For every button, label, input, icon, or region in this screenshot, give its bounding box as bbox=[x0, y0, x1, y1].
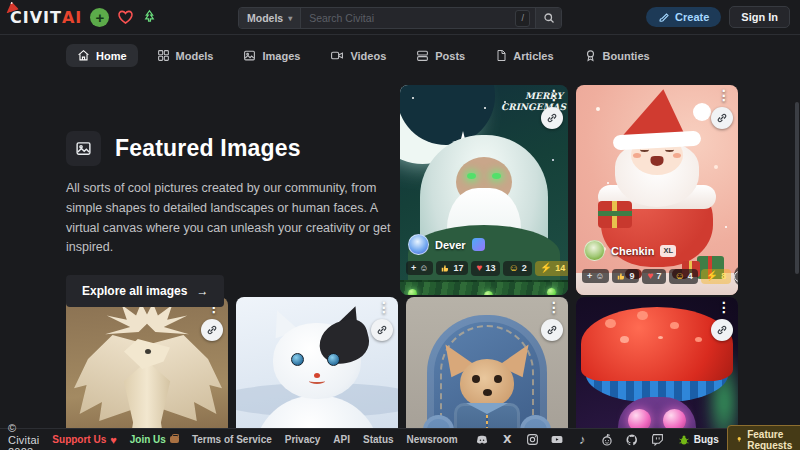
gift-box-shape bbox=[598, 201, 632, 228]
grid-icon bbox=[157, 49, 170, 62]
support-heart-button[interactable] bbox=[117, 9, 134, 25]
sign-in-label: Sign In bbox=[741, 11, 778, 23]
cheek-shape bbox=[633, 153, 641, 158]
copy-link-button[interactable] bbox=[201, 319, 223, 341]
tab-articles[interactable]: Articles bbox=[484, 44, 564, 67]
laugh-reaction-button[interactable]: ☺4 bbox=[669, 269, 697, 284]
tab-home[interactable]: Home bbox=[66, 44, 138, 67]
card-menu-button[interactable]: ⋮ bbox=[547, 88, 561, 102]
link-label: Newsroom bbox=[407, 434, 458, 445]
card-user-row[interactable]: Dever bbox=[408, 234, 485, 255]
add-reaction-button[interactable]: +☺ bbox=[406, 261, 433, 275]
sign-in-button[interactable]: Sign In bbox=[729, 6, 790, 28]
footer-link-api[interactable]: API bbox=[333, 434, 350, 445]
cat-eye-shape bbox=[327, 353, 340, 366]
reddit-icon[interactable] bbox=[600, 432, 615, 447]
link-label: API bbox=[333, 434, 350, 445]
vertical-scrollbar[interactable] bbox=[795, 36, 799, 426]
footer-link-support-us[interactable]: Support Us ♥ bbox=[52, 434, 116, 446]
like-reaction-button[interactable]: 9 bbox=[612, 269, 639, 283]
heart-reaction-button[interactable]: ♥13 bbox=[471, 261, 500, 276]
heart-reaction-button[interactable]: ♥7 bbox=[642, 269, 666, 284]
copy-link-button[interactable] bbox=[541, 319, 563, 341]
copy-link-button[interactable] bbox=[371, 319, 393, 341]
search-category-dropdown[interactable]: Models ▾ bbox=[239, 8, 301, 28]
thumbs-up-icon bbox=[617, 272, 626, 281]
page-title: Featured Images bbox=[115, 135, 301, 162]
civitai-homepage: CIVIT AI + Models ▾ / Create Sign In bbox=[0, 0, 800, 450]
footer-link-newsroom[interactable]: Newsroom bbox=[407, 434, 458, 445]
search-input[interactable] bbox=[301, 8, 515, 28]
card-menu-button[interactable]: ⋮ bbox=[717, 88, 731, 102]
add-reaction-button[interactable]: +☺ bbox=[582, 269, 609, 283]
footer-link-privacy[interactable]: Privacy bbox=[285, 434, 321, 445]
red-cap-shape bbox=[581, 307, 733, 381]
add-button[interactable]: + bbox=[90, 8, 109, 27]
instagram-icon[interactable] bbox=[525, 432, 540, 447]
bug-icon bbox=[678, 434, 690, 446]
image-info-button[interactable]: i bbox=[734, 267, 738, 285]
copy-link-button[interactable] bbox=[711, 107, 733, 129]
youtube-icon[interactable] bbox=[550, 432, 565, 447]
closed-eye-shape bbox=[665, 147, 674, 152]
zap-count: 14 bbox=[555, 264, 565, 273]
x-twitter-icon[interactable]: X bbox=[500, 432, 515, 447]
scrollbar-thumb[interactable] bbox=[795, 102, 799, 274]
copy-link-button[interactable] bbox=[711, 319, 733, 341]
zap-reaction-button[interactable]: ⚡8 bbox=[701, 269, 732, 284]
tab-models[interactable]: Models bbox=[146, 44, 225, 67]
lightbulb-icon bbox=[736, 434, 742, 445]
footer-link-terms[interactable]: Terms of Service bbox=[192, 434, 272, 445]
feature-requests-button[interactable]: Feature Requests bbox=[727, 425, 800, 450]
layers-icon bbox=[416, 49, 429, 62]
image-card: ⋮ Chenkin XL +☺ 9 ♥7 ☺4 ⚡8 i bbox=[576, 85, 738, 295]
tab-label: Bounties bbox=[603, 50, 650, 62]
tab-bounties[interactable]: Bounties bbox=[573, 44, 661, 67]
tiktok-icon[interactable]: ♪ bbox=[575, 432, 590, 447]
holiday-tree-button[interactable] bbox=[142, 9, 157, 25]
file-icon bbox=[495, 49, 507, 62]
laugh-reaction-button[interactable]: ☺2 bbox=[503, 261, 531, 276]
explore-label: Explore all images bbox=[82, 284, 187, 298]
create-button[interactable]: Create bbox=[646, 7, 721, 27]
footer-link-status[interactable]: Status bbox=[363, 434, 394, 445]
feature-requests-label: Feature Requests bbox=[747, 429, 797, 450]
discord-icon[interactable] bbox=[475, 432, 490, 447]
footer-link-join-us[interactable]: Join Us bbox=[130, 434, 179, 445]
card-menu-button[interactable]: ⋮ bbox=[547, 300, 561, 314]
dog-head-shape bbox=[460, 359, 514, 407]
dog-eye-shape bbox=[494, 375, 502, 383]
search-submit-button[interactable] bbox=[535, 8, 561, 28]
github-icon[interactable] bbox=[625, 432, 640, 447]
bugs-button[interactable]: Bugs bbox=[678, 434, 719, 446]
tab-label: Models bbox=[176, 50, 214, 62]
mouth-shape bbox=[309, 378, 325, 384]
like-reaction-button[interactable]: 17 bbox=[436, 261, 468, 275]
tab-posts[interactable]: Posts bbox=[405, 44, 476, 67]
zap-icon: ⚡ bbox=[706, 271, 718, 281]
image-card: MERRY CRINGEMAS ⋮ Dever +☺ 17 ♥13 ☺2 ⚡14 bbox=[400, 85, 568, 295]
bauble-shape bbox=[547, 288, 556, 295]
copy-link-button[interactable] bbox=[541, 107, 563, 129]
hat-pom-shape bbox=[693, 103, 711, 121]
link-icon bbox=[206, 324, 218, 336]
glowing-eye-shape bbox=[492, 173, 501, 179]
civitai-logo[interactable]: CIVIT AI bbox=[10, 8, 82, 27]
card-menu-button[interactable]: ⋮ bbox=[717, 300, 731, 314]
card-user-row[interactable]: Chenkin XL bbox=[584, 240, 676, 261]
glowing-eye-shape bbox=[467, 173, 476, 179]
copyright: © Civitai 2023 bbox=[8, 422, 39, 450]
info-icon: i bbox=[734, 271, 738, 282]
link-icon bbox=[376, 324, 388, 336]
tab-images[interactable]: Images bbox=[232, 44, 311, 67]
explore-all-images-button[interactable]: Explore all images → bbox=[66, 275, 224, 307]
twitch-icon[interactable] bbox=[650, 432, 665, 447]
briefcase-icon bbox=[170, 436, 179, 443]
tab-videos[interactable]: Videos bbox=[319, 44, 397, 67]
tab-label: Videos bbox=[350, 50, 386, 62]
zap-reaction-button[interactable]: ⚡14 bbox=[535, 261, 568, 276]
hat-brim-shape bbox=[613, 131, 702, 151]
plus-icon: + bbox=[411, 264, 416, 273]
photo-icon bbox=[75, 140, 92, 157]
avatar bbox=[408, 234, 429, 255]
